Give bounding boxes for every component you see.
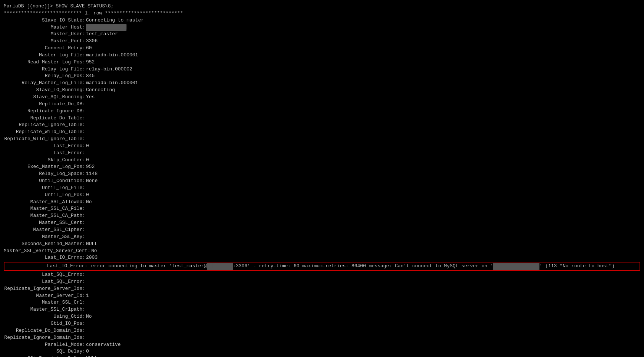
field-last-sql-errno: Last_SQL_Errno: bbox=[4, 271, 640, 278]
masked-host: ██████████████ bbox=[86, 24, 126, 31]
row-header: *************************** 1. row *****… bbox=[4, 10, 640, 17]
field-value: 3306 bbox=[86, 38, 98, 45]
field-slave-sql-running: Slave_SQL_Running: Yes bbox=[4, 94, 640, 101]
field-key: Master_Log_File: bbox=[4, 52, 85, 59]
field-key: Master_SSL_Crl: bbox=[4, 299, 85, 306]
field-seconds-behind-master: Seconds_Behind_Master: NULL bbox=[4, 241, 640, 248]
field-key: Replicate_Ignore_Table: bbox=[4, 122, 85, 129]
field-replicate-wild-do-table: Replicate_Wild_Do_Table: bbox=[4, 129, 640, 136]
field-sql-remaining-delay: SQL_Remaining_Delay: NULL bbox=[4, 355, 640, 357]
field-replicate-ignore-db: Replicate_Ignore_DB: bbox=[4, 108, 640, 115]
field-until-condition: Until_Condition: None bbox=[4, 178, 640, 185]
field-key: Master_SSL_CA_File: bbox=[4, 205, 85, 212]
field-key: Master_SSL_Verify_Server_Cert: bbox=[4, 248, 90, 255]
field-key: Master_SSL_CA_Path: bbox=[4, 212, 85, 219]
field-exec-master-log-pos: Exec_Master_Log_Pos: 952 bbox=[4, 163, 640, 171]
field-master-ssl-crlpath: Master_SSL_Crlpath: bbox=[4, 306, 640, 313]
field-key: Replicate_Wild_Do_Table: bbox=[4, 129, 85, 136]
field-key: Master_Port: bbox=[4, 38, 85, 45]
field-value: 952 bbox=[86, 59, 95, 66]
field-value: mariadb-bin.000001 bbox=[86, 52, 138, 59]
field-master-ssl-key: Master_SSL_Key: bbox=[4, 234, 640, 241]
field-gtid-io-pos: Gtid_IO_Pos: bbox=[4, 320, 640, 327]
field-value: 0 bbox=[86, 192, 89, 199]
field-replicate-ignore-table: Replicate_Ignore_Table: bbox=[4, 122, 640, 129]
field-key: Last_SQL_Errno: bbox=[4, 271, 85, 278]
masked-host-value: █████████ bbox=[207, 263, 233, 270]
field-sql-delay: SQL_Delay: 0 bbox=[4, 348, 640, 355]
field-key: Slave_IO_Running: bbox=[4, 87, 85, 94]
field-key: Relay_Log_Space: bbox=[4, 171, 85, 178]
field-key: Slave_IO_State: bbox=[4, 17, 85, 24]
field-key: Master_SSL_Cert: bbox=[4, 219, 85, 227]
field-key: Master_Server_Id: bbox=[4, 292, 85, 300]
field-value: NULL bbox=[86, 355, 98, 357]
field-value: conservative bbox=[86, 341, 121, 348]
field-key: Parallel_Mode: bbox=[4, 341, 85, 348]
field-key: Connect_Retry: bbox=[4, 45, 85, 52]
field-value: 1 bbox=[86, 292, 89, 300]
field-value: 0 bbox=[86, 348, 89, 355]
field-read-master-log-pos: Read_Master_Log_Pos: 952 bbox=[4, 59, 640, 66]
field-key: Master_SSL_Allowed: bbox=[4, 199, 85, 206]
field-value: No bbox=[86, 313, 92, 320]
field-master-ssl-ca-file: Master_SSL_CA_File: bbox=[4, 205, 640, 212]
field-value: None bbox=[86, 178, 98, 185]
field-until-log-pos: Until_Log_Pos: 0 bbox=[4, 192, 640, 199]
field-value: 0 bbox=[86, 143, 89, 150]
field-key: Last_IO_Error: bbox=[6, 263, 87, 270]
field-master-ssl-verify-server-cert: Master_SSL_Verify_Server_Cert: No bbox=[4, 248, 640, 255]
field-parallel-mode: Parallel_Mode: conservative bbox=[4, 341, 640, 348]
field-key: Skip_Counter: bbox=[4, 157, 85, 164]
field-master-ssl-allowed: Master_SSL_Allowed: No bbox=[4, 199, 640, 206]
field-until-log-file: Until_Log_File: bbox=[4, 185, 640, 192]
field-key: Slave_SQL_Running: bbox=[4, 94, 85, 101]
field-replicate-wild-ignore-table: Replicate_Wild_Ignore_Table: bbox=[4, 136, 640, 143]
error-row-highlighted: Last_IO_Error: error connecting to maste… bbox=[4, 262, 640, 271]
field-key: Master_User: bbox=[4, 31, 85, 38]
field-key: Until_Condition: bbox=[4, 178, 85, 185]
field-value: relay-bin.000002 bbox=[86, 66, 132, 73]
field-master-ssl-crl: Master_SSL_Crl: bbox=[4, 299, 640, 306]
masked-ip-value: ████████████████ bbox=[493, 263, 539, 270]
field-last-errno: Last_Errno: 0 bbox=[4, 143, 640, 150]
field-key: Exec_Master_Log_Pos: bbox=[4, 163, 85, 171]
field-key: Last_Errno: bbox=[4, 143, 85, 150]
field-value: Yes bbox=[86, 94, 95, 101]
field-key: Relay_Master_Log_File: bbox=[4, 80, 85, 87]
field-key: Replicate_Ignore_Domain_Ids: bbox=[4, 334, 85, 341]
field-key: Replicate_Ignore_DB: bbox=[4, 108, 85, 115]
field-value: test_master bbox=[86, 31, 118, 38]
field-key: Last_Error: bbox=[4, 150, 85, 157]
field-key: Until_Log_File: bbox=[4, 185, 85, 192]
field-key: Replicate_Do_Domain_Ids: bbox=[4, 327, 85, 334]
field-key: Read_Master_Log_Pos: bbox=[4, 59, 85, 66]
field-key: Last_IO_Errno: bbox=[4, 254, 85, 261]
field-master-port: Master_Port: 3306 bbox=[4, 38, 640, 45]
field-slave-io-state: Slave_IO_State: Connecting to master bbox=[4, 17, 640, 24]
field-value: 1148 bbox=[86, 171, 98, 178]
field-key: SQL_Remaining_Delay: bbox=[4, 355, 85, 357]
field-key: SQL_Delay: bbox=[4, 348, 85, 355]
field-key: Master_SSL_Crlpath: bbox=[4, 306, 85, 313]
field-key: Gtid_IO_Pos: bbox=[4, 320, 85, 327]
field-last-sql-error: Last_SQL_Error: bbox=[4, 278, 640, 285]
field-master-ssl-ca-path: Master_SSL_CA_Path: bbox=[4, 212, 640, 219]
field-key: Replicate_Do_Table: bbox=[4, 115, 85, 122]
field-master-log-file: Master_Log_File: mariadb-bin.000001 bbox=[4, 52, 640, 59]
field-last-io-errno: Last_IO_Errno: 2003 bbox=[4, 254, 640, 261]
prompt-text: MariaDB [(none)]> SHOW SLAVE STATUS\G; bbox=[4, 3, 113, 9]
field-key: Until_Log_Pos: bbox=[4, 192, 85, 199]
field-value: 60 bbox=[86, 45, 92, 52]
field-key: Replicate_Ignore_Server_Ids: bbox=[4, 285, 85, 292]
field-connect-retry: Connect_Retry: 60 bbox=[4, 45, 640, 52]
field-value: mariadb-bin.000001 bbox=[86, 80, 138, 87]
terminal-window: MariaDB [(none)]> SHOW SLAVE STATUS\G; *… bbox=[4, 3, 640, 357]
field-value: Connecting to master bbox=[86, 17, 144, 24]
field-key: Master_SSL_Cipher: bbox=[4, 227, 85, 234]
field-value: NULL bbox=[86, 241, 98, 248]
field-key: Relay_Log_File: bbox=[4, 66, 85, 73]
field-value: No bbox=[91, 248, 97, 255]
field-key: Seconds_Behind_Master: bbox=[4, 241, 85, 248]
field-value: 2003 bbox=[86, 254, 98, 261]
